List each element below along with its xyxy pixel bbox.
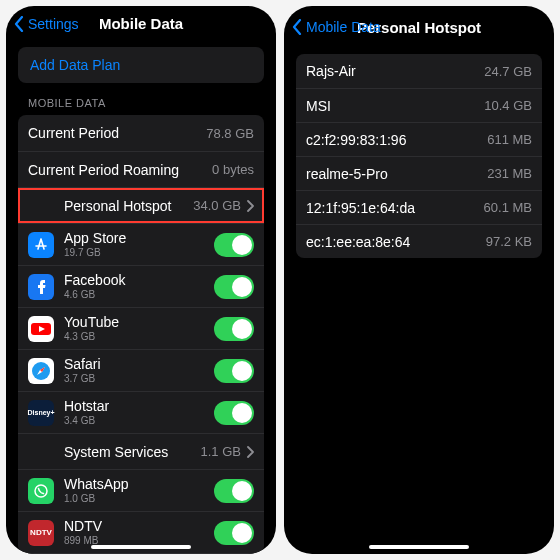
chevron-right-icon: [247, 200, 254, 212]
youtube-icon: [28, 316, 54, 342]
row-hotstar[interactable]: Disney+ Hotstar3.4 GB: [18, 391, 264, 433]
client-name: 12:1f:95:1e:64:da: [306, 200, 478, 216]
home-indicator[interactable]: [91, 545, 191, 549]
back-label: Mobile Data: [306, 19, 381, 35]
client-row: ec:1:ee:ea:8e:64 97.2 KB: [296, 224, 542, 258]
toggle-youtube[interactable]: [214, 317, 254, 341]
add-data-plan-button[interactable]: Add Data Plan: [18, 47, 264, 83]
current-period-label: Current Period: [28, 125, 200, 141]
app-name: WhatsApp: [64, 476, 208, 492]
app-usage: 4.6 GB: [64, 289, 208, 301]
back-label: Settings: [28, 16, 79, 32]
client-usage: 231 MB: [487, 166, 532, 181]
row-whatsapp[interactable]: WhatsApp1.0 GB: [18, 469, 264, 511]
navbar: Settings Mobile Data: [6, 6, 276, 41]
toggle-safari[interactable]: [214, 359, 254, 383]
app-usage: 3.4 GB: [64, 415, 208, 427]
app-name: Hotstar: [64, 398, 208, 414]
row-current-period-roaming: Current Period Roaming 0 bytes: [18, 151, 264, 187]
back-button-settings[interactable]: Settings: [14, 16, 79, 32]
row-current-period: Current Period 78.8 GB: [18, 115, 264, 151]
roaming-label: Current Period Roaming: [28, 162, 206, 178]
chevron-right-icon: [247, 446, 254, 458]
chevron-left-icon: [292, 19, 302, 35]
app-usage: 4.3 GB: [64, 331, 208, 343]
client-row: c2:f2:99:83:1:96 611 MB: [296, 122, 542, 156]
client-name: c2:f2:99:83:1:96: [306, 132, 481, 148]
app-usage: 19.7 GB: [64, 247, 208, 259]
app-name: NDTV: [64, 518, 208, 534]
chevron-left-icon: [14, 16, 24, 32]
client-name: Rajs-Air: [306, 63, 478, 79]
home-indicator[interactable]: [369, 545, 469, 549]
client-row: realme-5-Pro 231 MB: [296, 156, 542, 190]
toggle-facebook[interactable]: [214, 275, 254, 299]
system-services-label: System Services: [64, 444, 195, 460]
client-usage: 60.1 MB: [484, 200, 532, 215]
facebook-icon: [28, 274, 54, 300]
hotspot-label: Personal Hotspot: [64, 198, 187, 214]
current-period-value: 78.8 GB: [206, 126, 254, 141]
toggle-whatsapp[interactable]: [214, 479, 254, 503]
hotspot-value: 34.0 GB: [193, 198, 241, 213]
toggle-ndtv[interactable]: [214, 521, 254, 545]
client-row: Rajs-Air 24.7 GB: [296, 54, 542, 88]
roaming-value: 0 bytes: [212, 162, 254, 177]
toggle-hotstar[interactable]: [214, 401, 254, 425]
client-usage: 97.2 KB: [486, 234, 532, 249]
row-youtube[interactable]: YouTube4.3 GB: [18, 307, 264, 349]
client-usage: 611 MB: [487, 132, 532, 147]
app-usage: 3.7 GB: [64, 373, 208, 385]
client-row: MSI 10.4 GB: [296, 88, 542, 122]
navbar: Mobile Data Personal Hotspot: [284, 6, 554, 48]
mobile-data-list: Current Period 78.8 GB Current Period Ro…: [18, 115, 264, 554]
row-facebook[interactable]: Facebook4.6 GB: [18, 265, 264, 307]
client-name: ec:1:ee:ea:8e:64: [306, 234, 480, 250]
ndtv-icon: NDTV: [28, 520, 54, 546]
phone-left: Settings Mobile Data Add Data Plan MOBIL…: [6, 6, 276, 554]
section-header-mobile-data: MOBILE DATA: [6, 93, 276, 115]
app-name: App Store: [64, 230, 208, 246]
client-row: 12:1f:95:1e:64:da 60.1 MB: [296, 190, 542, 224]
whatsapp-icon: [28, 478, 54, 504]
back-button-mobile-data[interactable]: Mobile Data: [292, 19, 381, 35]
phone-right: Mobile Data Personal Hotspot Rajs-Air 24…: [284, 6, 554, 554]
hotspot-clients-list: Rajs-Air 24.7 GB MSI 10.4 GB c2:f2:99:83…: [296, 54, 542, 258]
row-system-services[interactable]: System Services 1.1 GB: [18, 433, 264, 469]
hotstar-icon: Disney+: [28, 400, 54, 426]
safari-icon: [28, 358, 54, 384]
row-personal-hotspot[interactable]: Personal Hotspot 34.0 GB: [18, 187, 264, 223]
system-services-value: 1.1 GB: [201, 444, 241, 459]
app-name: Safari: [64, 356, 208, 372]
row-espncricinfo[interactable]: ESPN ESPNcricinfo873 MB: [18, 553, 264, 554]
client-name: MSI: [306, 98, 478, 114]
client-usage: 24.7 GB: [484, 64, 532, 79]
row-app-store[interactable]: App Store19.7 GB: [18, 223, 264, 265]
app-name: YouTube: [64, 314, 208, 330]
app-usage: 1.0 GB: [64, 493, 208, 505]
app-name: Facebook: [64, 272, 208, 288]
svg-point-2: [35, 485, 47, 497]
toggle-app-store[interactable]: [214, 233, 254, 257]
app-store-icon: [28, 232, 54, 258]
client-name: realme-5-Pro: [306, 166, 481, 182]
client-usage: 10.4 GB: [484, 98, 532, 113]
row-safari[interactable]: Safari3.7 GB: [18, 349, 264, 391]
